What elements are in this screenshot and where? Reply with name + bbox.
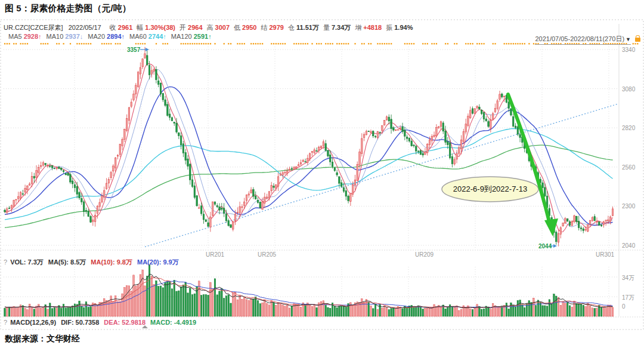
legend-field: MA102937↓ (42, 33, 83, 40)
price-axis-tick: 2560 (622, 164, 635, 171)
legend-item: MA(20): 9.9万 (137, 258, 179, 266)
legend-item: MA(5): 8.5万 (48, 258, 86, 266)
legend-item: VOL: 7.3万 (10, 258, 44, 266)
ticker-bar: UR.CZC[CZCE尿素] 2022/05/17 收2961幅1.30%(38… (4, 23, 413, 32)
legend-item: MACD(12,26,9) (10, 319, 56, 326)
figure-title: 图 5：尿素价格走势图（元/吨） (5, 3, 131, 14)
legend-item: MACD: -4.4919 (150, 319, 196, 326)
legend-field: MA52928↑ (4, 33, 42, 40)
date-range-selector[interactable]: 2021/07/05-2022/08/11(270日)▼ (535, 35, 631, 45)
legend-field: 低2950 (230, 24, 256, 31)
annotation-text: 2022-6-9到2022-7-13 (442, 184, 538, 195)
quote-date: 2022/05/17 (69, 24, 101, 31)
price-axis-tick: 3080 (622, 86, 635, 93)
price-chart-canvas[interactable] (0, 0, 644, 348)
volume-axis-tick: 34万 (622, 274, 634, 282)
legend-field: 量7.34万 (319, 24, 351, 31)
legend-item: DEA: 52.9818 (104, 319, 145, 326)
price-axis-tick: 2040 (622, 242, 635, 249)
macd-header: ?MACD(12,26,9)DIF: 50.7358DEA: 52.9818MA… (4, 319, 201, 326)
volume-axis-tick: 17万 (622, 294, 634, 302)
legend-field: 幅1.30%(38) (132, 24, 175, 31)
legend-field: 增+4818 (351, 24, 382, 31)
contract-axis-label: UR205 (258, 251, 276, 258)
legend-field: 仓11.51万 (284, 24, 319, 31)
volume-axis-tick: 0 (622, 303, 626, 310)
contract-axis-label: UR209 (415, 251, 434, 258)
legend-item: MA(10): 9.8万 (91, 258, 132, 266)
contract-axis-label: UR201 (206, 251, 224, 258)
legend-field: 收2961 (106, 24, 132, 31)
legend-field: 开2964 (175, 24, 202, 31)
volume-legend-items: VOL: 7.3万MA(5): 8.5万MA(10): 9.8万MA(20): … (10, 258, 184, 266)
price-axis-tick: 3340 (622, 47, 635, 53)
help-icon[interactable]: ? (4, 258, 7, 266)
collapse-pane-chevron-icon[interactable] (142, 325, 148, 328)
date-range-label: 2021/07/05-2022/08/11(270日) (535, 35, 624, 42)
legend-field: 结2979 (257, 24, 284, 31)
price-axis-tick: 2300 (622, 203, 635, 210)
instrument-symbol: UR.CZC[CZCE尿素] (4, 24, 63, 31)
contract-axis-label: UR301 (596, 251, 614, 258)
data-source: 数据来源：文华财经 (5, 334, 80, 344)
ma-legend: MA52928↑MA102937↓MA202894↑MA602744↑MA120… (4, 33, 212, 40)
macd-legend-items: MACD(12,26,9)DIF: 50.7358DEA: 52.9818MAC… (10, 319, 201, 326)
legend-field: MA602744↑ (125, 33, 166, 40)
legend-field: 高3007 (203, 24, 230, 31)
legend-field: MA1202591↑ (166, 33, 212, 40)
chevron-down-icon: ▼ (626, 36, 631, 42)
volume-header: ?VOL: 7.3万MA(5): 8.5万MA(10): 9.8万MA(20):… (4, 258, 184, 267)
low-price-label: 2044 (538, 243, 552, 250)
ticker-fields: 收2961幅1.30%(38)开2964高3007低2950结2979仓11.5… (106, 24, 413, 31)
price-axis-tick: 2820 (622, 125, 635, 131)
legend-item: DIF: 50.7358 (61, 319, 99, 326)
legend-field: 振1.94% (382, 24, 413, 31)
help-icon[interactable]: ? (4, 319, 7, 326)
high-price-label: 3357 (127, 47, 140, 53)
legend-field: MA202894↑ (83, 33, 125, 40)
